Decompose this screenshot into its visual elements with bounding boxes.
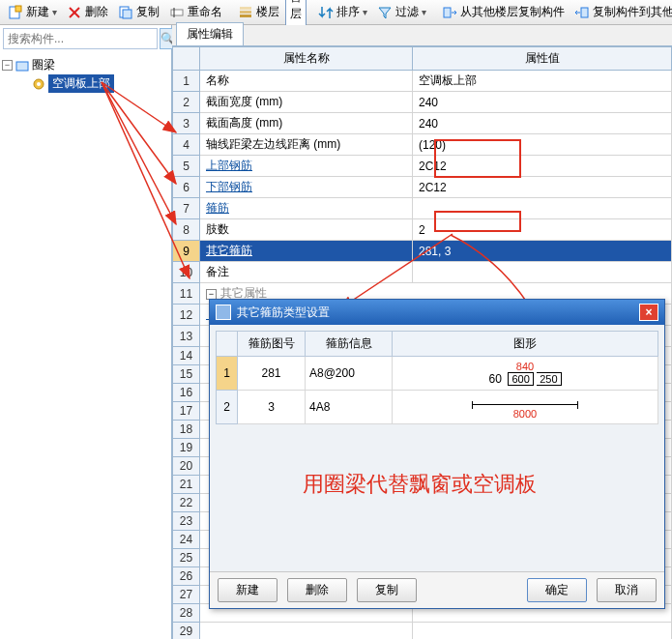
property-value-cell[interactable]: 空调板上部	[413, 71, 672, 92]
col-header-name[interactable]: 属性名称	[200, 47, 413, 71]
row-number: 3	[173, 113, 200, 134]
row-number: 7	[173, 198, 200, 219]
filter-icon	[377, 5, 393, 20]
tab-property-edit[interactable]: 属性编辑	[176, 22, 244, 45]
stirrup-shape-cell[interactable]: 84060 600 250	[393, 357, 658, 391]
stirrup-info-cell[interactable]: A8@200	[306, 357, 393, 391]
property-value-cell[interactable]	[413, 262, 672, 283]
collapse-icon[interactable]: −	[2, 60, 13, 71]
col-header-value[interactable]: 属性值	[413, 47, 672, 71]
close-button[interactable]: ×	[639, 304, 658, 321]
property-name-cell[interactable]: 截面宽度 (mm)	[200, 92, 413, 113]
row-number: 16	[173, 384, 200, 402]
stirrup-row[interactable]: 234A88000	[217, 391, 658, 424]
property-row[interactable]: 10备注	[173, 262, 672, 283]
property-name-cell[interactable]: 其它箍筋	[200, 241, 413, 262]
tree-root-row[interactable]: − 圈梁	[2, 56, 169, 74]
property-name-cell[interactable]: 截面高度 (mm)	[200, 113, 413, 134]
stirrup-info-cell[interactable]: 4A8	[306, 391, 393, 424]
property-value-cell[interactable]: (120)	[413, 134, 672, 156]
property-row[interactable]: 29	[173, 623, 672, 640]
delete-label: 删除	[85, 4, 108, 20]
property-value-cell[interactable]	[413, 623, 672, 640]
property-name-cell[interactable]: 名称	[200, 71, 413, 92]
property-row[interactable]: 3截面高度 (mm)240	[173, 113, 672, 134]
filter-button[interactable]: 过滤▾	[373, 2, 430, 22]
property-value-cell[interactable]: 2	[413, 219, 672, 241]
row-number: 27	[173, 586, 200, 604]
row-number: 1	[173, 71, 200, 92]
stirrup-shape-cell[interactable]: 8000	[393, 391, 658, 424]
row-number: 14	[173, 347, 200, 365]
property-row[interactable]: 7箍筋	[173, 198, 672, 219]
stirrup-num-cell[interactable]: 281	[238, 357, 306, 391]
property-row[interactable]: 5上部钢筋2C12	[173, 156, 672, 177]
search-input[interactable]	[3, 28, 158, 49]
property-row[interactable]: 1名称空调板上部	[173, 71, 672, 92]
dialog-body: 箍筋图号 箍筋信息 图形 1281A8@20084060 600 250234A…	[210, 325, 664, 571]
property-name-cell[interactable]: 肢数	[200, 219, 413, 241]
dialog-title: 其它箍筋类型设置	[237, 305, 330, 321]
rename-button[interactable]: 重命名	[165, 2, 226, 22]
dlg-copy-button[interactable]: 复制	[357, 578, 417, 602]
copy-button[interactable]: 复制	[114, 2, 163, 22]
dlg-new-button[interactable]: 新建	[218, 578, 278, 602]
rename-label: 重命名	[188, 4, 222, 20]
delete-button[interactable]: 删除	[63, 2, 112, 22]
dlg-delete-button[interactable]: 删除	[287, 578, 347, 602]
col-header-info[interactable]: 箍筋信息	[306, 332, 393, 357]
property-row[interactable]: 8肢数2	[173, 219, 672, 241]
stirrup-num-cell[interactable]: 3	[238, 391, 306, 424]
col-header-shape[interactable]: 图形	[393, 332, 658, 357]
row-number: 13	[173, 326, 200, 347]
property-value-cell[interactable]: 2C12	[413, 177, 672, 198]
property-value-cell[interactable]: 2C12	[413, 156, 672, 177]
floor-label: 楼层	[256, 4, 279, 20]
dlg-cancel-button[interactable]: 取消	[597, 578, 657, 602]
property-name-cell[interactable]: 箍筋	[200, 198, 413, 219]
row-number: 24	[173, 531, 200, 549]
row-number: 21	[173, 476, 200, 494]
floor-icon	[238, 5, 253, 20]
row-number: 22	[173, 494, 200, 512]
col-header-num[interactable]: 箍筋图号	[238, 332, 306, 357]
copy-to-button[interactable]: 复制构件到其他楼	[570, 2, 672, 22]
dialog-titlebar[interactable]: 其它箍筋类型设置 ×	[210, 300, 664, 325]
row-number: 8	[173, 219, 200, 241]
copy-from-button[interactable]: 从其他楼层复制构件	[438, 2, 569, 22]
row-number: 1	[217, 357, 238, 391]
property-value-cell[interactable]: 240	[413, 92, 672, 113]
delete-icon	[67, 5, 82, 20]
row-number: 9	[173, 241, 200, 262]
floor-label-item: 楼层	[234, 2, 283, 22]
property-row[interactable]: 4轴线距梁左边线距离 (mm)(120)	[173, 134, 672, 156]
stirrup-row[interactable]: 1281A8@20084060 600 250	[217, 357, 658, 391]
svg-rect-1	[15, 6, 21, 12]
sort-button[interactable]: 排序▾	[314, 2, 371, 22]
svg-rect-9	[240, 11, 251, 14]
property-row[interactable]: 6下部钢筋2C12	[173, 177, 672, 198]
property-row[interactable]: 2截面宽度 (mm)240	[173, 92, 672, 113]
copy-label: 复制	[136, 4, 160, 20]
row-number: 25	[173, 549, 200, 567]
dlg-ok-button[interactable]: 确定	[527, 578, 587, 602]
property-value-cell[interactable]	[413, 198, 672, 219]
svg-rect-12	[581, 8, 588, 17]
component-tree: − 圈梁 空调板上部	[0, 52, 171, 97]
new-button[interactable]: 新建▾	[4, 2, 61, 22]
copy-to-label: 复制构件到其他楼	[593, 4, 672, 20]
row-number: 12	[173, 305, 200, 326]
property-name-cell[interactable]: 备注	[200, 262, 413, 283]
property-name-cell[interactable]: 上部钢筋	[200, 156, 413, 177]
tree-child-row[interactable]: 空调板上部	[33, 74, 169, 93]
property-name-cell[interactable]: 下部钢筋	[200, 177, 413, 198]
property-value-cell[interactable]: 240	[413, 113, 672, 134]
svg-rect-8	[240, 15, 251, 17]
dropdown-icon: ▾	[52, 7, 57, 17]
svg-rect-13	[16, 62, 28, 71]
property-value-cell[interactable]: 281, 3	[413, 241, 672, 262]
property-row[interactable]: 9其它箍筋281, 3	[173, 241, 672, 262]
property-name-cell[interactable]: 轴线距梁左边线距离 (mm)	[200, 134, 413, 156]
property-name-cell[interactable]	[200, 623, 413, 640]
copy-icon	[118, 5, 133, 20]
